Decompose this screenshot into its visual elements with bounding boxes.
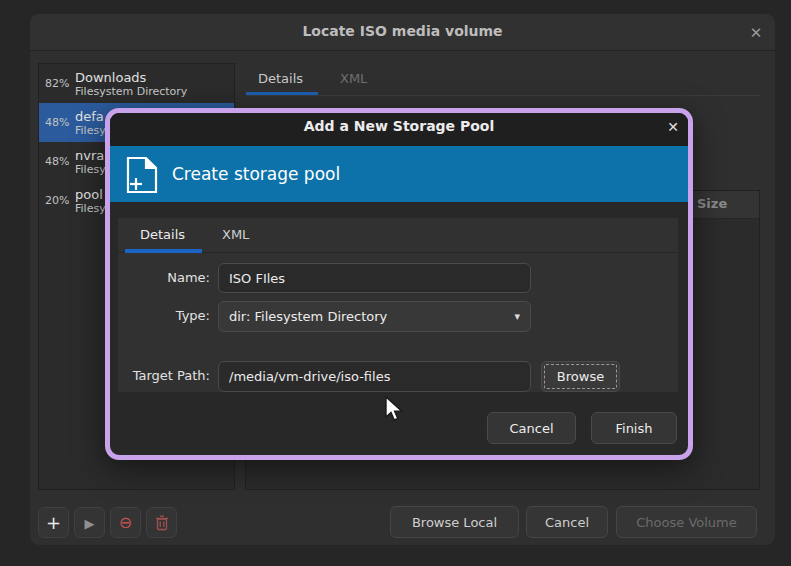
dialog-finish-button[interactable]: Finish: [591, 412, 677, 444]
choose-volume-button: Choose Volume: [616, 506, 757, 538]
tab-separator: [246, 95, 760, 96]
pool-type: Filesy: [75, 163, 106, 176]
dialog-tab-separator: [118, 252, 678, 253]
dialog-cancel-button[interactable]: Cancel: [487, 412, 576, 444]
size-column-header[interactable]: Size: [697, 196, 727, 211]
dialog-banner: Create storage pool: [110, 146, 688, 202]
pool-name: defa: [75, 109, 106, 124]
cancel-button[interactable]: Cancel: [526, 506, 608, 538]
dialog-tab-details[interactable]: Details: [140, 227, 185, 247]
banner-text: Create storage pool: [172, 164, 340, 184]
dialog-tab-xml[interactable]: XML: [222, 227, 249, 247]
type-value: dir: Filesystem Directory: [229, 309, 387, 324]
pool-name: nvra: [75, 148, 106, 163]
pool-usage: 48%: [45, 155, 75, 168]
dialog-close-icon[interactable]: ✕: [662, 116, 684, 138]
pool-name: pool: [75, 187, 106, 202]
stop-pool-button[interactable]: ⊖: [110, 507, 141, 538]
active-tab-underline: [246, 92, 318, 95]
dialog-active-tab-underline: [125, 249, 202, 253]
type-label: Type:: [110, 308, 210, 326]
target-path-input[interactable]: [218, 361, 531, 392]
screen: Locate ISO media volume ✕ Details XML 82…: [0, 0, 791, 566]
pool-usage: 48%: [45, 116, 75, 129]
name-label: Name:: [110, 270, 210, 288]
pool-type: Filesystem Directory: [75, 85, 187, 98]
pool-type: Filesy: [75, 124, 106, 137]
name-input[interactable]: [218, 263, 531, 293]
mouse-cursor: [383, 396, 407, 426]
target-path-label: Target Path:: [110, 368, 210, 386]
pool-name: Downloads: [75, 70, 187, 85]
trash-icon: [155, 516, 169, 535]
start-pool-button[interactable]: ▶: [74, 507, 105, 538]
browse-local-button[interactable]: Browse Local: [390, 506, 519, 538]
tab-details[interactable]: Details: [258, 71, 303, 91]
stop-icon: ⊖: [119, 513, 132, 532]
delete-pool-button[interactable]: [146, 507, 177, 538]
dialog-title: Add a New Storage Pool: [110, 118, 688, 134]
plus-icon: +: [46, 512, 61, 533]
browse-button[interactable]: Browse: [541, 361, 620, 392]
pool-usage: 20%: [45, 194, 75, 207]
add-pool-button[interactable]: +: [38, 507, 69, 538]
new-document-icon: [124, 154, 160, 200]
chevron-down-icon: ▾: [514, 310, 520, 323]
window-title: Locate ISO media volume: [30, 23, 775, 39]
pool-usage: 82%: [45, 77, 75, 90]
window-close-icon[interactable]: ✕: [744, 21, 768, 45]
play-icon: ▶: [85, 516, 95, 531]
tab-xml[interactable]: XML: [340, 71, 367, 91]
pool-type: Filesy: [75, 202, 106, 215]
pool-row-downloads[interactable]: 82% Downloads Filesystem Directory: [39, 64, 234, 103]
type-dropdown[interactable]: dir: Filesystem Directory ▾: [218, 301, 531, 332]
